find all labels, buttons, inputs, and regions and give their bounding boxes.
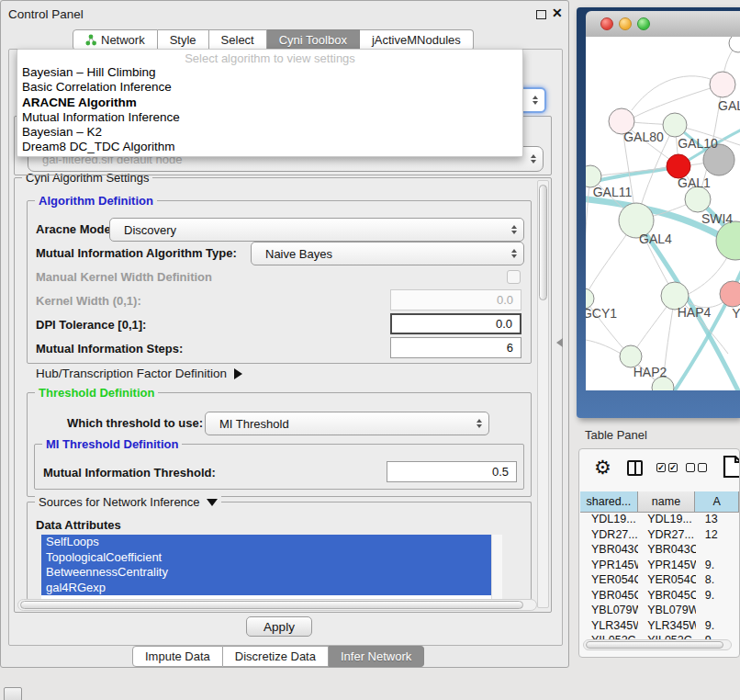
network-node-label: GAL80 bbox=[623, 130, 664, 144]
table-cell: YBL079W bbox=[580, 603, 638, 618]
table-cell: YER054C bbox=[638, 572, 696, 588]
table-horizontal-scrollbar[interactable] bbox=[583, 639, 732, 650]
table-cell: YLR345W bbox=[580, 618, 638, 634]
table-cell: YDR27... bbox=[580, 527, 638, 543]
network-node[interactable] bbox=[716, 221, 740, 260]
algorithm-option[interactable]: Dream8 DC_TDC Algorithm bbox=[17, 140, 522, 154]
table-cell: YBR043C bbox=[638, 542, 696, 558]
table-row[interactable]: YIL052CYIL052C9. bbox=[580, 633, 740, 639]
algorithm-option[interactable]: Basic Correlation Inference bbox=[17, 80, 522, 95]
mi-threshold-label: Mutual Information Threshold: bbox=[43, 466, 216, 480]
algorithm-option[interactable]: ARACNE Algorithm bbox=[17, 96, 522, 110]
which-threshold-combobox[interactable]: MI Threshold bbox=[205, 412, 489, 435]
mi-type-label: Mutual Information Algorithm Type: bbox=[36, 246, 237, 260]
close-icon[interactable]: ✕ bbox=[552, 6, 563, 20]
select-all-checkboxes-icon[interactable]: ✓ ✓ bbox=[656, 463, 678, 472]
scrollbar-thumb[interactable] bbox=[20, 601, 523, 609]
settings-vertical-scrollbar[interactable] bbox=[537, 180, 549, 608]
close-traffic-light[interactable] bbox=[600, 17, 613, 30]
settings-horizontal-scrollbar[interactable] bbox=[17, 599, 537, 611]
new-table-icon[interactable] bbox=[723, 455, 740, 479]
mi-threshold-field[interactable]: 0.5 bbox=[387, 461, 517, 482]
table-cell: YBL079W bbox=[638, 603, 696, 618]
deselect-all-checkboxes-icon[interactable] bbox=[686, 463, 707, 472]
table-cell: YBR045C bbox=[638, 588, 696, 604]
data-attribute-item[interactable]: gal4RGexp bbox=[41, 581, 502, 596]
table-panel-title: Table Panel bbox=[585, 428, 647, 442]
page-title: Control Panel bbox=[8, 7, 84, 21]
column-header-shared-[interactable]: shared... bbox=[580, 491, 638, 512]
manual-kernel-checkbox[interactable] bbox=[507, 270, 521, 284]
table-cell: YDR27... bbox=[638, 527, 696, 543]
column-header-name[interactable]: name bbox=[638, 491, 696, 512]
table-cell: 9. bbox=[696, 618, 740, 634]
hub-section-toggle[interactable]: Hub/Transcription Factor Definition bbox=[36, 367, 242, 380]
network-window-titlebar[interactable] bbox=[586, 11, 740, 38]
network-node[interactable] bbox=[663, 113, 687, 137]
combo-arrows-icon bbox=[533, 96, 538, 105]
algorithm-option[interactable]: Bayesian – Hill Climbing bbox=[17, 65, 522, 80]
network-node-label: HAP4 bbox=[678, 305, 712, 320]
table-row[interactable]: YBR043CYBR043C bbox=[580, 542, 740, 558]
table-cell: YIL052C bbox=[580, 633, 638, 639]
table-row[interactable]: YER054CYER054C8. bbox=[580, 572, 740, 588]
expand-arrow-icon[interactable] bbox=[234, 368, 242, 379]
aracne-mode-combobox[interactable]: Discovery bbox=[109, 218, 524, 242]
tab-label: Style bbox=[170, 30, 196, 50]
table-row[interactable]: YBR045CYBR045C9. bbox=[580, 588, 740, 604]
tab-cyni-toolbox[interactable]: Cyni Toolbox bbox=[267, 29, 360, 51]
algorithm-option[interactable]: Mutual Information Inference bbox=[17, 110, 522, 125]
apply-button[interactable]: Apply bbox=[246, 616, 312, 637]
data-attribute-item[interactable]: TopologicalCoefficient bbox=[41, 550, 502, 566]
data-attribute-item[interactable]: SelfLoops bbox=[41, 535, 502, 550]
tab-style[interactable]: Style bbox=[158, 29, 209, 51]
collapse-arrow-icon[interactable] bbox=[207, 499, 218, 506]
bottom-tab-discretize-data[interactable]: Discretize Data bbox=[223, 646, 329, 667]
table-row[interactable]: YDL19...YDL19...13 bbox=[580, 512, 740, 527]
tab-jactivemnodules[interactable]: jActiveMNodules bbox=[360, 29, 474, 51]
tab-bar: NetworkStyleSelectCyni ToolboxjActiveMNo… bbox=[73, 29, 474, 51]
data-attribute-item[interactable]: BetweennessCentrality bbox=[41, 565, 502, 581]
mi-type-combobox[interactable]: Naive Bayes bbox=[251, 242, 524, 265]
mi-type-value: Naive Bayes bbox=[265, 247, 332, 261]
table-row[interactable]: YDR27...YDR27...12 bbox=[580, 527, 740, 543]
bottom-tab-impute-data[interactable]: Impute Data bbox=[132, 646, 223, 667]
control-panel-window: Control Panel ✕ NetworkStyleSelectCyni T… bbox=[0, 0, 569, 668]
minimized-panel-button[interactable] bbox=[4, 687, 22, 700]
algorithm-dropdown-popup: Select algorithm to view settings Bayesi… bbox=[17, 49, 523, 157]
columns-icon[interactable] bbox=[627, 460, 643, 476]
which-threshold-value: MI Threshold bbox=[219, 417, 289, 431]
dpi-tolerance-label: DPI Tolerance [0,1]: bbox=[36, 318, 146, 332]
table-toolbar: ⚙ ✓ ✓ bbox=[579, 449, 739, 491]
zoom-traffic-light[interactable] bbox=[637, 17, 650, 30]
hub-section-label: Hub/Transcription Factor Definition bbox=[36, 367, 227, 380]
mi-steps-field[interactable]: 6 bbox=[390, 337, 521, 358]
network-view-frame[interactable]: GALGAL80GAL10GAL1GAL11SWI4GAL4GCY1HAP4YH… bbox=[577, 7, 740, 418]
scrollbar-thumb[interactable] bbox=[539, 185, 547, 300]
table-cell: 9. bbox=[696, 558, 740, 573]
float-window-icon[interactable] bbox=[536, 10, 546, 19]
dpi-tolerance-field[interactable]: 0.0 bbox=[390, 313, 521, 334]
gear-icon[interactable]: ⚙ bbox=[594, 457, 611, 479]
network-node[interactable] bbox=[685, 186, 711, 212]
table-cell: YER054C bbox=[580, 572, 638, 588]
tab-label: Cyni Toolbox bbox=[279, 30, 347, 50]
network-node[interactable] bbox=[710, 72, 735, 97]
table-row[interactable]: YPR145WYPR145W9. bbox=[580, 558, 740, 573]
network-graph[interactable]: GALGAL80GAL10GAL1GAL11SWI4GAL4GCY1HAP4YH… bbox=[586, 37, 740, 390]
kernel-width-field[interactable]: 0.0 bbox=[390, 289, 521, 310]
table-cell: YIL052C bbox=[638, 633, 696, 639]
network-canvas[interactable]: GALGAL80GAL10GAL1GAL11SWI4GAL4GCY1HAP4YH… bbox=[586, 37, 740, 390]
network-node[interactable] bbox=[729, 37, 740, 52]
algorithm-option[interactable]: Bayesian – K2 bbox=[17, 125, 522, 140]
list-scrollbar[interactable] bbox=[491, 535, 502, 599]
column-header-a[interactable]: A bbox=[695, 491, 739, 512]
minimize-traffic-light[interactable] bbox=[619, 17, 632, 30]
tab-network[interactable]: Network bbox=[73, 29, 158, 51]
table-row[interactable]: YLR345WYLR345W9. bbox=[580, 618, 740, 634]
tab-select[interactable]: Select bbox=[209, 29, 267, 51]
bottom-tab-infer-network[interactable]: Infer Network bbox=[329, 646, 424, 667]
table-row[interactable]: YBL079WYBL079W bbox=[580, 603, 740, 618]
splitter-collapse-icon[interactable] bbox=[556, 338, 563, 347]
scrollbar-thumb[interactable] bbox=[586, 641, 723, 649]
